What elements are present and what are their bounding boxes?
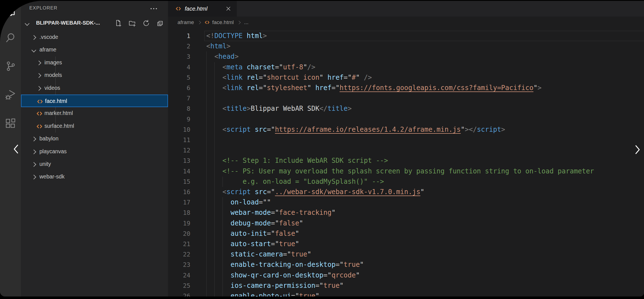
carousel-next-button[interactable]	[633, 143, 642, 156]
line-number[interactable]: 14	[168, 166, 190, 176]
line-number[interactable]: 24	[168, 270, 190, 281]
code-line-content: auto-init="false"	[206, 229, 644, 239]
tree-item-label: surface.html	[44, 123, 74, 129]
explorer-sidebar: EXPLORER BLIPPAR-WEBAR-SDK-... .vscodeaf…	[21, 1, 168, 296]
line-number[interactable]: 2	[168, 41, 190, 51]
file-tree: .vscodeaframeimagesmodelsvideosface.html…	[21, 30, 168, 296]
line-number[interactable]: 10	[168, 124, 190, 135]
new-folder-button[interactable]	[128, 19, 136, 27]
line-number[interactable]: 25	[168, 281, 190, 291]
tree-item-marker-html[interactable]: marker.html	[21, 107, 168, 120]
line-number[interactable]: 7	[168, 93, 190, 103]
code-line-21[interactable]: 21 auto-start="true"	[168, 239, 644, 249]
line-number[interactable]: 8	[168, 103, 190, 114]
code-line-15[interactable]: 15 e.g. on-load = "LoadMySplash()" -->	[168, 176, 644, 187]
code-line-25[interactable]: 25 ios-camera-permission="true"	[168, 281, 644, 291]
code-line-17[interactable]: 17 on-load=""	[168, 197, 644, 208]
tree-item-models[interactable]: models	[21, 69, 168, 82]
html-file-icon	[204, 20, 210, 25]
tree-item-aframe[interactable]: aframe	[21, 44, 168, 56]
line-number[interactable]: 26	[168, 291, 190, 296]
chevron-down-icon	[32, 48, 36, 53]
line-number[interactable]: 1	[168, 31, 190, 41]
breadcrumb-item-2[interactable]: face.html	[204, 19, 234, 25]
tree-item-videos[interactable]: videos	[21, 82, 168, 95]
line-number[interactable]: 22	[168, 249, 190, 260]
code-line-10[interactable]: 10 <script src="https://aframe.io/releas…	[168, 124, 644, 135]
line-number[interactable]: 21	[168, 239, 190, 249]
line-number[interactable]: 15	[168, 176, 190, 187]
code-line-20[interactable]: 20 auto-init="false"	[168, 229, 644, 239]
chevron-right-icon	[32, 137, 36, 142]
line-number[interactable]: 23	[168, 260, 190, 270]
line-number[interactable]: 20	[168, 229, 190, 239]
line-number[interactable]: 12	[168, 145, 190, 156]
vscode-window: EXPLORER BLIPPAR-WEBAR-SDK-... .vscodeaf…	[0, 1, 644, 296]
code-line-13[interactable]: 13 <!-- Step 1: Include WebAR SDK script…	[168, 156, 644, 166]
line-number[interactable]: 19	[168, 218, 190, 229]
breadcrumb-item-1[interactable]: aframe	[177, 19, 194, 25]
code-line-22[interactable]: 22 static-camera="true"	[168, 249, 644, 260]
activity-extensions-button[interactable]	[4, 117, 18, 131]
code-line-14[interactable]: 14 <!-- PS: User may overload the splash…	[168, 166, 644, 176]
tree-item-playcanvas[interactable]: playcanvas	[21, 145, 168, 158]
refresh-button[interactable]	[142, 19, 150, 27]
code-line-11[interactable]: 11	[168, 135, 644, 145]
line-number[interactable]: 17	[168, 197, 190, 208]
new-file-button[interactable]	[114, 19, 122, 27]
explorer-title: EXPLORER	[29, 5, 58, 11]
line-number[interactable]: 18	[168, 208, 190, 218]
code-line-12[interactable]: 12	[168, 145, 644, 156]
line-number[interactable]: 4	[168, 62, 190, 72]
breadcrumb-item-3[interactable]: ...	[244, 19, 248, 25]
breadcrumb-label: face.html	[212, 19, 234, 25]
close-tab-button[interactable]	[225, 5, 232, 12]
project-root-row[interactable]: BLIPPAR-WEBAR-SDK-...	[21, 18, 168, 29]
collapse-all-button[interactable]	[156, 19, 164, 27]
tree-item-images[interactable]: images	[21, 56, 168, 69]
line-number[interactable]: 5	[168, 72, 190, 83]
code-line-9[interactable]: 9	[168, 114, 644, 124]
tree-item-surface-html[interactable]: surface.html	[21, 120, 168, 133]
activity-run-debug-button[interactable]	[4, 88, 18, 102]
line-number[interactable]: 3	[168, 51, 190, 62]
tree-item-webar-sdk[interactable]: webar-sdk	[21, 171, 168, 183]
code-line-23[interactable]: 23 enable-tracking-on-desktop="true"	[168, 260, 644, 270]
explorer-header: EXPLORER	[21, 3, 168, 14]
code-line-content: show-qr-card-on-desktop="qrcode"	[206, 270, 644, 281]
tab-bar: face.html	[168, 1, 644, 17]
code-line-19[interactable]: 19 debug-mode="false"	[168, 218, 644, 229]
tab-face-html[interactable]: face.html	[168, 1, 237, 17]
code-line-4[interactable]: 4 <meta charset="utf-8"/>	[168, 62, 644, 72]
explorer-more-actions-button[interactable]	[150, 5, 158, 12]
tree-item-unity[interactable]: unity	[21, 158, 168, 171]
code-line-7[interactable]: 7	[168, 93, 644, 103]
line-number[interactable]: 6	[168, 83, 190, 93]
editor-group: face.html aframeface.html... 1<!DOCTYPE …	[168, 1, 644, 296]
code-line-2[interactable]: 2<html>	[168, 41, 644, 51]
line-number[interactable]: 9	[168, 114, 190, 124]
chevron-right-icon	[32, 162, 36, 167]
activity-search-button[interactable]	[4, 31, 18, 45]
search-icon	[5, 32, 16, 45]
code-line-5[interactable]: 5 <link rel="shortcut icon" href="#" />	[168, 72, 644, 83]
code-line-content: <meta charset="utf-8"/>	[206, 62, 644, 72]
line-number[interactable]: 11	[168, 135, 190, 145]
carousel-prev-button[interactable]	[12, 143, 20, 155]
activity-explorer-button[interactable]	[4, 5, 18, 19]
code-editor[interactable]: 1<!DOCTYPE html>2<html>3 <head>4 <meta c…	[168, 28, 644, 296]
activity-source-control-button[interactable]	[4, 60, 18, 74]
code-line-8[interactable]: 8 <title>Blippar WebAR SDK</title>	[168, 103, 644, 114]
code-line-3[interactable]: 3 <head>	[168, 51, 644, 62]
code-line-6[interactable]: 6 <link rel="stylesheet" href="https://f…	[168, 83, 644, 93]
code-line-1[interactable]: 1<!DOCTYPE html>	[168, 31, 644, 41]
code-line-18[interactable]: 18 webar-mode="face-tracking"	[168, 208, 644, 218]
code-line-24[interactable]: 24 show-qr-card-on-desktop="qrcode"	[168, 270, 644, 281]
tree-item-babylon[interactable]: babylon	[21, 133, 168, 145]
tree-item-face-html[interactable]: face.html	[21, 95, 168, 107]
line-number[interactable]: 16	[168, 187, 190, 197]
code-line-16[interactable]: 16 <script src="../webar-sdk/webar-sdk-v…	[168, 187, 644, 197]
line-number[interactable]: 13	[168, 156, 190, 166]
code-line-26[interactable]: 26 enable-photo-ui="true"	[168, 291, 644, 296]
tree-item--vscode[interactable]: .vscode	[21, 31, 168, 44]
